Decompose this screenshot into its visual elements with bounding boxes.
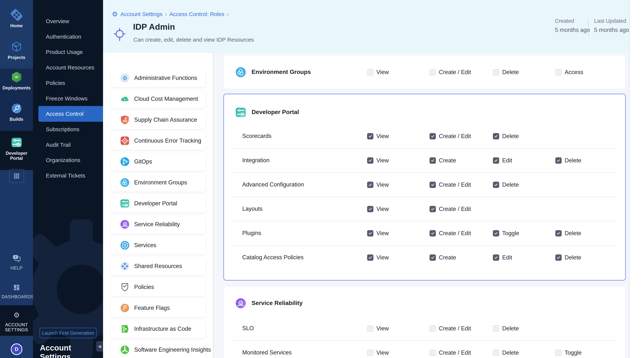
- checkbox-checked-icon[interactable]: [493, 182, 499, 188]
- permission-create-edit[interactable]: Create / Edit: [430, 230, 471, 237]
- rail-item-dashboards[interactable]: DASHBOARDS: [0, 282, 33, 299]
- nav-item-access-control[interactable]: Access Control: [38, 106, 103, 122]
- checkbox-checked-icon[interactable]: [555, 157, 562, 164]
- checkbox-unchecked-icon[interactable]: [367, 325, 374, 332]
- nav-item-authentication[interactable]: Authentication: [33, 29, 103, 45]
- checkbox-unchecked-icon[interactable]: [493, 69, 499, 75]
- nav-item-audit-trail[interactable]: Audit Trail: [33, 137, 103, 153]
- rail-item-projects[interactable]: Projects: [0, 40, 33, 60]
- permission-delete[interactable]: Delete: [555, 230, 582, 237]
- permission-section-environment-groups[interactable]: Environment GroupsViewCreate / EditDelet…: [224, 56, 625, 89]
- checkbox-checked-icon[interactable]: [367, 157, 374, 164]
- permission-delete[interactable]: Delete: [555, 254, 582, 261]
- resource-card-cloud-cost-management[interactable]: $Cloud Cost Management: [111, 90, 206, 108]
- permission-access[interactable]: Access: [555, 69, 583, 75]
- rail-item-builds[interactable]: Builds: [0, 102, 33, 122]
- permission-view[interactable]: View: [367, 230, 389, 237]
- checkbox-checked-icon[interactable]: [367, 254, 374, 261]
- nav-item-product-usage[interactable]: Product Usage: [33, 44, 103, 60]
- resource-card-shared-resources[interactable]: Shared Resources: [111, 257, 206, 275]
- checkbox-checked-icon[interactable]: [493, 133, 499, 139]
- permission-create-edit[interactable]: Create / Edit: [430, 206, 471, 212]
- checkbox-checked-icon[interactable]: [367, 206, 374, 212]
- nav-item-overview[interactable]: Overview: [33, 14, 103, 29]
- permission-view[interactable]: View: [367, 349, 389, 356]
- resource-card-continuous-error-tracking[interactable]: Continuous Error Tracking: [111, 132, 206, 150]
- checkbox-checked-icon[interactable]: [430, 254, 436, 261]
- checkbox-checked-icon[interactable]: [367, 133, 374, 139]
- permission-delete[interactable]: Delete: [493, 133, 519, 139]
- checkbox-unchecked-icon[interactable]: [430, 349, 436, 356]
- resource-card-gitops[interactable]: GitOps: [111, 152, 206, 171]
- rail-item-account-settings[interactable]: ⚙ACCOUNT SETTINGS: [0, 310, 33, 332]
- checkbox-unchecked-icon[interactable]: [367, 69, 374, 75]
- nav-item-external-tickets[interactable]: External Tickets: [33, 168, 103, 184]
- permission-edit[interactable]: Edit: [493, 157, 512, 164]
- permission-create-edit[interactable]: Create / Edit: [430, 133, 471, 139]
- permission-view[interactable]: View: [367, 206, 389, 212]
- checkbox-checked-icon[interactable]: [430, 133, 436, 139]
- nav-item-policies[interactable]: Policies: [33, 75, 103, 91]
- rail-item-home[interactable]: Home: [0, 8, 33, 28]
- resource-card-supply-chain-assurance[interactable]: Supply Chain Assurance: [111, 111, 206, 129]
- launch-first-generation-button[interactable]: Launch First Generation: [40, 328, 96, 338]
- permission-view[interactable]: View: [367, 182, 389, 188]
- nav-item-subscriptions[interactable]: Subscriptions: [33, 121, 103, 137]
- resource-card-administrative-functions[interactable]: ⚙Administrative Functions: [111, 69, 206, 87]
- checkbox-checked-icon[interactable]: [555, 254, 562, 261]
- permission-toggle[interactable]: Toggle: [493, 230, 519, 237]
- resource-card-policies[interactable]: Policies: [111, 278, 206, 296]
- permission-delete[interactable]: Delete: [555, 157, 582, 164]
- resource-card-service-reliability[interactable]: Service Reliability: [111, 215, 206, 234]
- checkbox-unchecked-icon[interactable]: [430, 325, 436, 332]
- nav-item-account-resources[interactable]: Account Resources: [33, 60, 103, 75]
- nav-item-organizations[interactable]: Organizations: [33, 152, 103, 168]
- rail-item-deployments[interactable]: ∞Deployments: [0, 70, 33, 90]
- rail-item-developer-portal[interactable]: Developer Portal: [0, 136, 33, 161]
- permission-view[interactable]: View: [367, 157, 389, 164]
- resource-card-environment-groups[interactable]: Environment Groups: [111, 173, 206, 192]
- checkbox-unchecked-icon[interactable]: [430, 69, 436, 75]
- permission-create-edit[interactable]: Create / Edit: [430, 182, 471, 188]
- resource-card-infrastructure-as-code[interactable]: Infrastructure as Code: [111, 320, 206, 338]
- permission-create-edit[interactable]: Create / Edit: [430, 349, 471, 356]
- breadcrumb-roles-link[interactable]: Access Control: Roles: [170, 11, 224, 17]
- checkbox-unchecked-icon[interactable]: [555, 349, 562, 356]
- permission-view[interactable]: View: [367, 69, 389, 75]
- permission-create[interactable]: Create: [430, 254, 456, 261]
- checkbox-unchecked-icon[interactable]: [555, 69, 562, 75]
- checkbox-checked-icon[interactable]: [430, 230, 436, 237]
- rail-item-module-picker[interactable]: [0, 169, 33, 183]
- checkbox-checked-icon[interactable]: [430, 157, 436, 164]
- breadcrumb-account-settings-link[interactable]: Account Settings: [120, 11, 162, 17]
- permission-delete[interactable]: Delete: [493, 182, 519, 188]
- permission-section-developer-portal[interactable]: Developer PortalScorecardsViewCreate / E…: [224, 94, 626, 281]
- checkbox-checked-icon[interactable]: [493, 230, 499, 237]
- checkbox-unchecked-icon[interactable]: [493, 349, 499, 356]
- resource-card-developer-portal[interactable]: Developer Portal: [111, 194, 206, 213]
- permission-view[interactable]: View: [367, 133, 389, 139]
- permission-create-edit[interactable]: Create / Edit: [430, 69, 471, 75]
- permission-view[interactable]: View: [367, 254, 389, 261]
- checkbox-checked-icon[interactable]: [367, 230, 374, 237]
- checkbox-checked-icon[interactable]: [367, 182, 374, 188]
- resource-card-feature-flags[interactable]: Feature Flags: [111, 299, 206, 317]
- permission-toggle[interactable]: Toggle: [555, 349, 582, 356]
- permission-create-edit[interactable]: Create / Edit: [430, 325, 471, 332]
- user-avatar[interactable]: D: [0, 343, 33, 355]
- permission-section-service-reliability[interactable]: Service ReliabilitySLOViewCreate / EditD…: [224, 286, 625, 358]
- collapse-nav-button[interactable]: ◀: [96, 341, 103, 352]
- permission-delete[interactable]: Delete: [493, 69, 519, 75]
- permission-view[interactable]: View: [367, 325, 389, 332]
- checkbox-checked-icon[interactable]: [555, 230, 562, 237]
- permission-delete[interactable]: Delete: [493, 325, 519, 332]
- checkbox-unchecked-icon[interactable]: [493, 325, 499, 332]
- checkbox-checked-icon[interactable]: [493, 254, 499, 261]
- permission-create[interactable]: Create: [430, 157, 456, 164]
- checkbox-checked-icon[interactable]: [493, 157, 499, 164]
- resource-card-services[interactable]: Services: [111, 236, 206, 254]
- resource-card-software-engineering-insights[interactable]: Software Engineering Insights: [111, 341, 206, 358]
- nav-item-freeze-windows[interactable]: Freeze Windows: [33, 91, 103, 106]
- checkbox-checked-icon[interactable]: [430, 206, 436, 212]
- rail-item-help[interactable]: ?HELP: [0, 253, 33, 270]
